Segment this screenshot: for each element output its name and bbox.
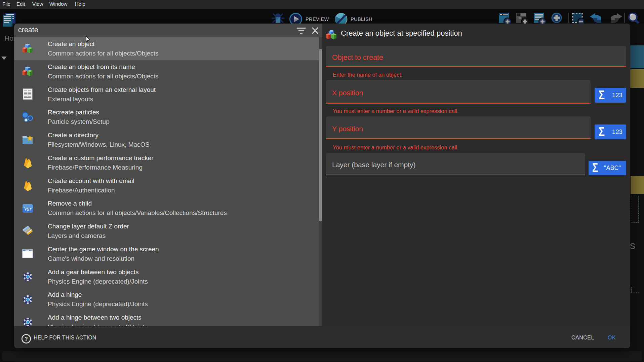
svg-text:?: ? [25,336,28,342]
